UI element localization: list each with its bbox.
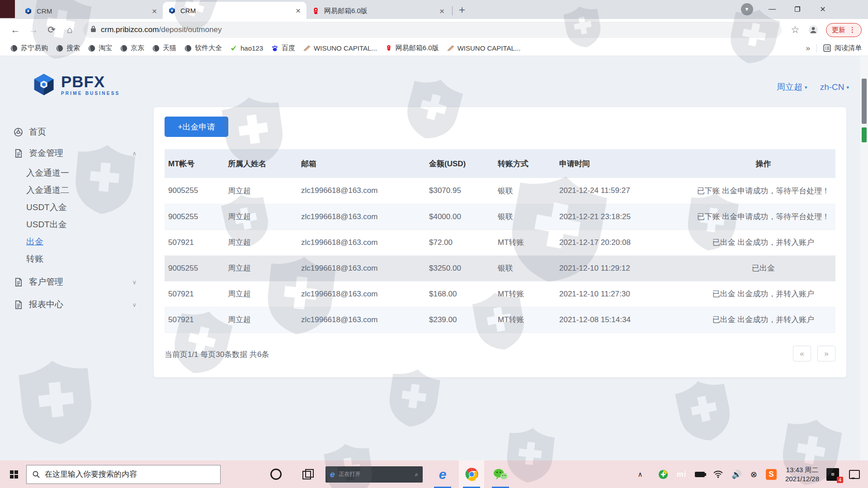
bookmark-star-icon[interactable]: ☆ (786, 21, 804, 39)
taskbar-chrome-button[interactable] (459, 460, 484, 488)
browser-tab-3[interactable]: 网易邮箱6.0版 × (307, 3, 450, 19)
sidebar-item-入金通道一[interactable]: 入金通道一 (0, 164, 149, 182)
desktop-corner (0, 0, 15, 18)
task-view-icon[interactable] (302, 469, 313, 479)
sidebar-item-资金管理[interactable]: 资金管理∧ (0, 142, 149, 164)
volume-icon[interactable]: 🔊 (731, 469, 741, 479)
table-row: 507921周立超zlc1996618@163.com$168.00MT转账20… (165, 281, 835, 307)
lock-icon (90, 25, 96, 34)
taskbar-wechat-button[interactable] (488, 460, 513, 488)
table-cell: 2021-12-10 11:27:30 (556, 281, 691, 307)
check-icon (230, 45, 237, 52)
sogou-input-icon[interactable]: S (766, 469, 777, 480)
bookmark-label: 天猫 (163, 44, 176, 52)
col-header: 操作 (691, 149, 835, 178)
sidebar-item-USDT入金[interactable]: USDT入金 (0, 199, 149, 216)
bookmark-item[interactable]: 淘宝 (84, 44, 116, 52)
table-cell: zlc1996618@163.com (297, 230, 425, 255)
chevron-up-icon: ∧ (132, 150, 137, 157)
tab-close-icon[interactable]: × (438, 7, 446, 15)
divider (816, 44, 817, 52)
language-menu[interactable]: zh-CN ▾ (820, 81, 849, 93)
wifi-icon[interactable] (713, 470, 723, 478)
bookmark-item[interactable]: hao123 (226, 44, 267, 52)
doc-icon (14, 300, 23, 310)
bookmark-item[interactable]: 搜索 (52, 44, 84, 52)
bookmarks-overflow-button[interactable]: » (806, 44, 810, 53)
bookmark-item[interactable]: 天猫 (148, 44, 180, 52)
bookmark-item[interactable]: 软件大全 (180, 44, 226, 52)
status-cell: 已出金 出金成功，并转入账户 (691, 281, 835, 307)
taskbar-ie-button[interactable]: e (430, 460, 455, 488)
scrollbar-marker (862, 127, 867, 142)
chrome-update-button[interactable]: 更新 ⋮ (826, 23, 862, 37)
bookmark-item[interactable]: 网易邮箱6.0版 (381, 44, 443, 52)
taskbar-window-preview[interactable]: e 正在打开 ⌕ (326, 466, 423, 483)
profile-avatar-icon[interactable] (804, 21, 822, 39)
window-close-button[interactable]: ✕ (810, 0, 835, 18)
new-tab-button[interactable]: + (459, 4, 465, 16)
status-cell: 已下账 出金申请成功，等待平台处理！ (691, 178, 835, 204)
sidebar-item-USDT出金[interactable]: USDT出金 (0, 216, 149, 233)
taskbar-search-input[interactable]: 在这里输入你要搜索的内容 (26, 465, 221, 484)
pagination-prev-button[interactable]: « (793, 346, 811, 361)
tab-title: CRM (37, 7, 146, 15)
bookmark-item[interactable]: 百度 (267, 44, 299, 52)
disconnect-icon[interactable]: ⊗ (750, 469, 757, 479)
browser-tab-1[interactable]: CRM × (19, 3, 163, 19)
col-header: 邮箱 (297, 149, 425, 178)
sidebar-item-入金通道二[interactable]: 入金通道二 (0, 182, 149, 199)
withdraw-apply-button[interactable]: +出金申请 (165, 117, 228, 137)
forward-icon[interactable]: → (24, 21, 42, 39)
table-cell: 507921 (165, 307, 224, 333)
window-minimize-button[interactable]: — (760, 0, 785, 18)
paw-icon (271, 45, 278, 52)
tray-expand-icon[interactable]: ∧ (638, 470, 643, 479)
home-icon (14, 127, 23, 137)
bookmark-item[interactable]: WISUNO CAPITAL... (299, 44, 381, 52)
browser-tab-2-active[interactable]: CRM × (163, 2, 307, 19)
battery-icon[interactable] (695, 472, 705, 477)
browser-profile-button[interactable]: ▼ (734, 0, 760, 18)
cortana-icon[interactable] (270, 469, 282, 480)
tab-close-icon[interactable]: × (294, 6, 302, 15)
table-cell: 银联 (494, 178, 556, 204)
search-placeholder: 在这里输入你要搜索的内容 (45, 469, 137, 479)
back-icon[interactable]: ← (6, 21, 24, 39)
bookmark-item[interactable]: 苏宁易购 (6, 44, 52, 52)
tab-close-icon[interactable]: × (151, 7, 158, 15)
reload-icon[interactable]: ⟳ (42, 21, 61, 39)
mi-tray-icon[interactable]: mi (677, 470, 687, 479)
browser-titlebar: CRM × CRM × 网易邮箱6.0版 × + ▼ — ✕ (0, 0, 868, 19)
action-center-icon[interactable] (849, 470, 860, 479)
clock-date: 2021/12/28 (785, 474, 819, 483)
logo-text: PBFX (61, 74, 120, 89)
sidebar-item-报表中心[interactable]: 报表中心∨ (0, 293, 149, 316)
sidebar-item-客户管理[interactable]: 客户管理∨ (0, 271, 149, 293)
pbfx-favicon-icon (24, 7, 32, 15)
antivirus-shield-icon[interactable] (658, 469, 668, 479)
bookmark-label: WISUNO CAPITAL... (314, 44, 377, 52)
start-button-icon[interactable] (10, 470, 18, 479)
reading-list-button[interactable]: 阅读清单 (823, 44, 862, 52)
netease-favicon-icon (312, 7, 320, 15)
page-scrollbar[interactable] (860, 56, 868, 460)
scrollbar-thumb[interactable] (862, 79, 867, 124)
bookmark-item[interactable]: WISUNO CAPITAL... (443, 44, 525, 52)
pagination-next-button[interactable]: » (817, 346, 835, 361)
ime-tray-icon[interactable]: ≡4 (826, 468, 839, 481)
user-menu[interactable]: 周立超 ▾ (777, 81, 807, 93)
preview-text: 正在打开 (339, 470, 411, 478)
feather-icon (447, 45, 454, 52)
bookmark-item[interactable]: 京东 (116, 44, 148, 52)
table-cell: 507921 (165, 230, 224, 255)
menu-dots-icon[interactable]: ⋮ (849, 26, 856, 34)
home-icon[interactable]: ⌂ (61, 21, 79, 39)
taskbar-clock[interactable]: 13:43 周二 2021/12/28 (785, 465, 819, 483)
col-header: 金额(USD) (425, 149, 494, 178)
sidebar-item-首页[interactable]: 首页 (0, 122, 149, 142)
sidebar-item-转账[interactable]: 转账 (0, 250, 149, 267)
address-bar[interactable]: crm.pribizco.com/deposit/outmoney (83, 22, 782, 38)
sidebar-item-出金[interactable]: 出金 (0, 233, 149, 250)
window-restore-button[interactable] (785, 0, 810, 18)
